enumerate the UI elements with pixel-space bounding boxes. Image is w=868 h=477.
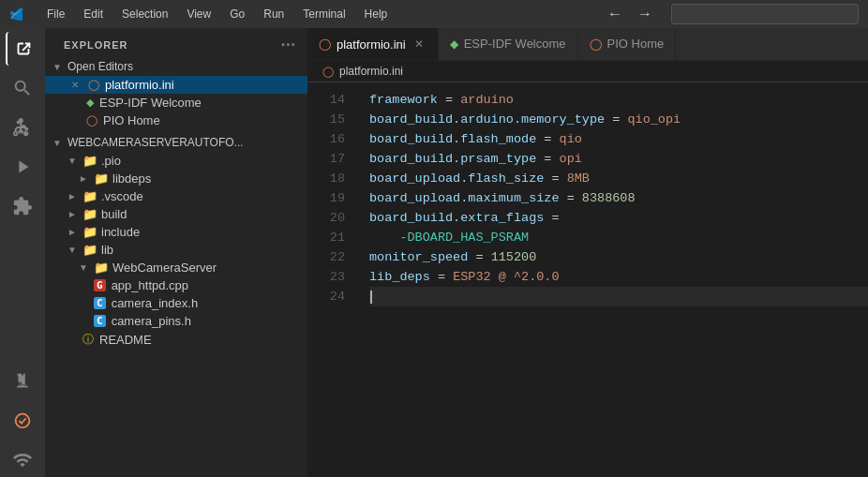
text-cursor	[370, 291, 372, 304]
open-editor-pio-home[interactable]: ◯ PIO Home	[45, 112, 307, 129]
folder-lib[interactable]: ▼ 📁 lib	[45, 241, 307, 259]
vscode-folder-icon: 📁	[82, 189, 97, 203]
close-platformio-ini-icon[interactable]: ✕	[71, 80, 79, 90]
folder-pio[interactable]: ▼ 📁 .pio	[45, 152, 307, 170]
activity-run-debug[interactable]	[6, 150, 39, 184]
menu-terminal[interactable]: Terminal	[295, 6, 352, 22]
kw-framework: framework	[369, 90, 438, 110]
menu-file[interactable]: File	[39, 6, 72, 22]
tab-pio-home[interactable]: ◯ PIO Home	[578, 28, 677, 60]
code-line-15: board_build.arduino.memory_type = qio_op…	[369, 110, 868, 129]
breadcrumb-text: platformio.ini	[339, 65, 403, 78]
file-camera-pins[interactable]: C camera_pins.h	[45, 312, 307, 330]
pio-icon-active: ◯	[88, 79, 99, 91]
tab-esp-icon: ◆	[450, 37, 458, 51]
open-editor-esp-idf-label: ESP-IDF Welcome	[99, 96, 202, 110]
menu-edit[interactable]: Edit	[76, 6, 111, 22]
pio-folder-icon: 📁	[82, 154, 97, 168]
code-line-19: board_upload.maximum_size = 8388608	[369, 188, 868, 208]
code-editor[interactable]: 14 15 16 17 18 19 20 21 22 23 24 framewo…	[307, 82, 868, 477]
line-num-23: 23	[307, 267, 345, 287]
open-editors-section: ▼ Open Editors ✕ ◯ platformio.ini ◆ ESP-…	[45, 57, 307, 129]
line-num-15: 15	[307, 110, 345, 129]
open-editor-pio-home-label: PIO Home	[103, 113, 160, 127]
folder-include[interactable]: ► 📁 include	[45, 223, 307, 241]
folder-build[interactable]: ► 📁 build	[45, 205, 307, 223]
open-editors-chevron-icon: ▼	[52, 62, 64, 72]
menu-help[interactable]: Help	[357, 6, 396, 22]
sidebar-content: ▼ Open Editors ✕ ◯ platformio.ini ◆ ESP-…	[45, 57, 307, 477]
line-num-17: 17	[307, 149, 345, 169]
vscode-logo-icon	[9, 7, 24, 22]
tab-platformio-ini[interactable]: ◯ platformio.ini ✕	[307, 28, 439, 60]
line-num-21: 21	[307, 228, 345, 247]
sidebar-more-button[interactable]: ⋯	[280, 36, 296, 53]
lib-folder-label: lib	[101, 243, 113, 257]
libdeps-folder-icon: 📁	[94, 171, 109, 186]
menu-view[interactable]: View	[179, 6, 218, 22]
cpp-icon: G	[94, 279, 106, 291]
code-line-14: framework = arduino	[369, 90, 868, 110]
tab-esp-idf-label: ESP-IDF Welcome	[464, 37, 566, 51]
folder-libdeps[interactable]: ► 📁 libdeps	[45, 170, 307, 187]
lib-folder-icon: 📁	[82, 243, 97, 257]
menu-run[interactable]: Run	[256, 6, 292, 22]
activity-explorer[interactable]	[6, 32, 39, 66]
readme-icon: ⓘ	[82, 332, 94, 348]
code-line-24	[369, 287, 868, 306]
code-content[interactable]: framework = arduino board_build.arduino.…	[354, 82, 868, 477]
webcamera-folder-label: WebCameraServer	[112, 261, 217, 275]
menu-selection[interactable]: Selection	[114, 6, 175, 22]
project-section: ▼ WEBCAMERASERVERAUTOFO... ▼ 📁 .pio ► 📁 …	[45, 133, 307, 350]
include-chevron-icon: ►	[67, 227, 79, 237]
activity-flask[interactable]	[6, 365, 39, 398]
folder-webcameraserver[interactable]: ▼ 📁 WebCameraServer	[45, 259, 307, 276]
esp-icon: ◆	[86, 97, 94, 109]
header-icon-1: C	[94, 297, 106, 309]
svg-point-0	[16, 414, 30, 428]
back-button[interactable]: ←	[604, 4, 626, 24]
open-editors-label: Open Editors	[67, 60, 133, 73]
line-num-18: 18	[307, 169, 345, 188]
activity-pio[interactable]	[6, 404, 39, 438]
activity-search[interactable]	[6, 71, 39, 105]
vscode-folder-label: .vscode	[101, 189, 143, 203]
open-editors-header[interactable]: ▼ Open Editors	[45, 57, 307, 76]
project-header[interactable]: ▼ WEBCAMERASERVERAUTOFO...	[45, 133, 307, 152]
libdeps-folder-label: libdeps	[112, 171, 151, 186]
line-num-14: 14	[307, 90, 345, 110]
activity-source-control[interactable]	[6, 111, 39, 144]
code-line-22: monitor_speed = 115200	[369, 247, 868, 267]
search-input[interactable]	[671, 4, 859, 24]
tab-pio-home-label: PIO Home	[607, 37, 665, 51]
code-line-20: board_build.extra_flags =	[369, 208, 868, 228]
line-num-22: 22	[307, 247, 345, 267]
include-folder-label: include	[101, 225, 140, 239]
code-line-18: board_upload.flash_size = 8MB	[369, 169, 868, 188]
folder-vscode[interactable]: ► 📁 .vscode	[45, 187, 307, 205]
build-chevron-icon: ►	[67, 209, 79, 219]
forward-button[interactable]: →	[634, 4, 656, 24]
file-camera-index-label: camera_index.h	[112, 296, 199, 310]
open-editor-platformio-ini[interactable]: ✕ ◯ platformio.ini	[45, 76, 307, 94]
file-readme[interactable]: ⓘ README	[45, 330, 307, 350]
open-editor-esp-idf[interactable]: ◆ ESP-IDF Welcome	[45, 94, 307, 112]
build-folder-label: build	[101, 207, 127, 221]
open-editor-platformio-ini-label: platformio.ini	[105, 78, 174, 92]
tab-esp-idf[interactable]: ◆ ESP-IDF Welcome	[439, 28, 578, 60]
webcamera-chevron-icon: ▼	[79, 262, 90, 273]
sidebar-header: Explorer ⋯	[45, 28, 307, 57]
menu-go[interactable]: Go	[222, 6, 252, 22]
activity-extensions[interactable]	[6, 189, 39, 223]
tab-platformio-ini-close[interactable]: ✕	[412, 37, 427, 52]
titlebar: File Edit Selection View Go Run Terminal…	[0, 0, 868, 28]
code-line-21: -DBOARD_HAS_PSRAM	[369, 228, 868, 247]
pio-home-icon: ◯	[86, 114, 97, 127]
line-num-24: 24	[307, 287, 345, 306]
activity-remote[interactable]	[6, 443, 39, 477]
explorer-label: Explorer	[64, 39, 128, 51]
line-num-16: 16	[307, 129, 345, 149]
file-app-httpd[interactable]: G app_httpd.cpp	[45, 276, 307, 294]
include-folder-icon: 📁	[82, 225, 97, 239]
file-camera-index[interactable]: C camera_index.h	[45, 294, 307, 312]
